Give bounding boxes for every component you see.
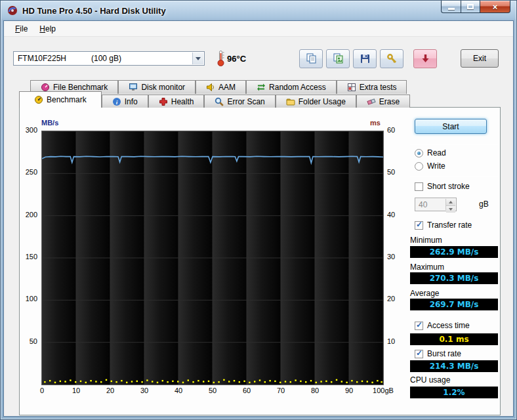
tab-label: File Benchmark [53,83,108,92]
transfer-rate-row[interactable]: Transfer rate [415,220,472,230]
tab-error-scan[interactable]: Error Scan [204,94,275,108]
short-stroke-row[interactable]: Short stroke [415,182,470,191]
read-radio-row[interactable]: Read [415,148,446,158]
transfer-rate-label: Transfer rate [427,220,472,230]
separator [410,176,498,177]
options-button[interactable] [380,49,403,68]
spin-down-icon[interactable] [446,206,455,213]
burst-rate-value: 214.3 MB/s [410,360,498,372]
window-title: HD Tune Pro 4.50 - Hard Disk Utility [22,6,166,16]
toolbar-buttons [299,49,437,68]
y-left-tick-label: 100 [26,295,37,303]
info-icon: i [112,97,121,106]
keys-icon [386,52,398,65]
x-tick-label: 50 [209,387,217,394]
tab-label: Random Access [269,83,326,92]
exit-button[interactable]: Exit [461,49,499,68]
y-right-axis-ticks: 605040302010 [387,108,409,415]
speaker-icon [206,83,215,92]
maximize-button[interactable] [461,1,480,13]
start-button[interactable]: Start [415,119,487,134]
close-button[interactable]: × [480,1,510,13]
y-right-tick-label: 40 [387,211,395,219]
write-radio-row[interactable]: Write [415,161,445,171]
menu-help[interactable]: Help [33,22,62,35]
x-tick-label: 80 [311,387,319,394]
tab-label: Extra tests [360,83,397,92]
cpu-usage-label: CPU usage [410,375,450,385]
file-benchmark-icon [41,83,50,92]
arrow-down-icon [419,52,432,65]
y-left-tick-label: 150 [26,253,37,261]
random-access-icon [257,83,266,92]
menu-bar: File Help [4,21,513,37]
copy-text-button[interactable] [299,49,323,68]
capture-button[interactable] [413,49,437,68]
drive-size: (100 gB) [91,54,121,63]
access-time-checkbox[interactable] [415,322,423,330]
copy-image-icon [332,52,344,65]
tab-label: Disk monitor [141,83,185,92]
burst-rate-checkbox[interactable] [415,350,423,358]
maximize-icon [467,4,474,9]
x-tick-label: 70 [277,387,285,394]
tab-random-access[interactable]: Random Access [246,80,337,94]
chevron-down-icon[interactable] [192,52,203,64]
short-stroke-checkbox[interactable] [415,182,423,191]
y-right-tick-label: 60 [387,126,395,134]
drive-select[interactable]: FTM10F225H (100 gB) [13,51,205,66]
copy-icon [305,52,318,65]
folder-icon [286,97,295,106]
drive-name: FTM10F225H [18,54,66,63]
tab-row-primary: Benchmark i Info Health Error Scan Folde… [19,94,410,108]
x-tick-label: 10 [72,387,80,394]
minimum-value: 262.9 MB/s [410,246,498,258]
write-radio[interactable] [415,162,423,171]
app-window: HD Tune Pro 4.50 - Hard Disk Utility × F… [0,0,517,420]
tab-benchmark[interactable]: Benchmark [19,91,102,108]
title-bar[interactable]: HD Tune Pro 4.50 - Hard Disk Utility [1,1,516,20]
tab-erase[interactable]: Erase [356,94,410,108]
y-left-tick-label: 50 [30,337,37,345]
y-left-tick-label: 250 [26,168,37,176]
benchmark-icon [34,95,43,104]
tab-folder-usage[interactable]: Folder Usage [276,94,356,108]
tab-health[interactable]: Health [148,94,205,108]
window-controls: × [441,1,510,13]
access-time-value: 0.1 ms [410,333,498,345]
app-icon [7,5,18,16]
eraser-icon [367,97,376,106]
window-body: File Help FTM10F225H (100 gB) 96°C [3,20,514,417]
cpu-usage-value: 1.2% [410,387,498,398]
access-time-row[interactable]: Access time [415,321,470,330]
benchmark-chart [41,131,384,385]
save-icon [359,52,371,65]
short-stroke-unit-label: gB [479,200,489,209]
short-stroke-label: Short stroke [427,182,470,191]
minimize-icon [448,8,455,10]
short-stroke-size-input[interactable]: 40 [415,198,457,211]
health-cross-icon [159,97,168,106]
burst-rate-row[interactable]: Burst rate [415,349,461,358]
read-radio[interactable] [415,149,423,158]
average-value: 269.7 MB/s [410,299,498,310]
toolbar: FTM10F225H (100 gB) 96°C [4,37,513,79]
menu-file[interactable]: File [9,22,33,35]
spin-up-icon[interactable] [446,199,455,206]
tab-extra-tests[interactable]: Extra tests [337,80,407,94]
temperature-value: 96°C [227,54,246,64]
tab-aam[interactable]: AAM [196,80,246,94]
x-tick-label: 90 [345,387,353,394]
tab-disk-monitor[interactable]: Disk monitor [118,80,196,94]
copy-image-button[interactable] [326,49,350,68]
save-button[interactable] [353,49,377,68]
close-icon: × [493,3,498,11]
y-right-tick-label: 50 [387,168,395,176]
transfer-rate-checkbox[interactable] [415,221,423,230]
read-label: Read [427,148,446,158]
short-stroke-size-value: 40 [419,200,427,209]
tab-info[interactable]: i Info [102,94,148,108]
minimize-button[interactable] [441,1,461,13]
tab-label: Health [171,97,194,106]
tab-label: Error Scan [227,97,264,106]
